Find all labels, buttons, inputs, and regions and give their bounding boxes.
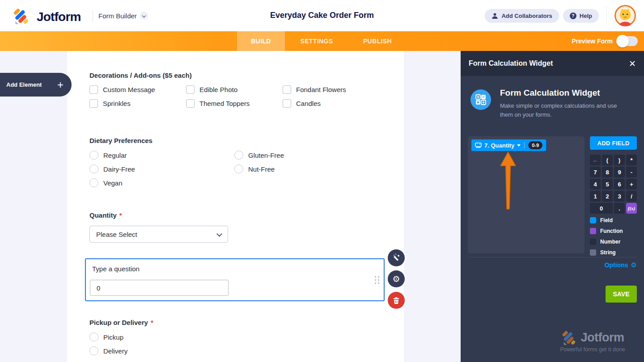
number-swatch xyxy=(590,239,596,245)
key-6[interactable]: 6 xyxy=(614,179,625,189)
chip-label: 7. Quantity xyxy=(484,142,514,149)
chevron-down-icon xyxy=(140,12,148,20)
gear-icon: ⚙ xyxy=(392,275,400,283)
builder-navbar: BUILD SETTINGS PUBLISH Preview Form xyxy=(0,31,644,51)
gear-icon: ⚙ xyxy=(631,261,637,269)
preview-form-toggle[interactable] xyxy=(617,36,638,46)
checkbox[interactable] xyxy=(283,85,291,94)
key-divide[interactable]: / xyxy=(626,191,637,202)
legend-item-function: Function xyxy=(590,228,623,234)
checkbox-option[interactable]: Fondant Flowers xyxy=(283,85,381,94)
user-avatar[interactable] xyxy=(614,5,636,26)
checkbox-option[interactable]: Edible Photo xyxy=(186,85,283,94)
key-plus[interactable]: + xyxy=(626,179,637,189)
chip-range-badge: 0-9 xyxy=(528,141,542,149)
key-3[interactable]: 3 xyxy=(614,191,625,202)
key-8[interactable]: 8 xyxy=(602,167,613,177)
checkbox[interactable] xyxy=(283,99,291,108)
tab-publish[interactable]: PUBLISH xyxy=(348,31,407,51)
quantity-select[interactable]: Please Select xyxy=(89,226,228,243)
radio[interactable] xyxy=(234,151,243,160)
key-4[interactable]: 4 xyxy=(590,179,601,189)
radio[interactable] xyxy=(89,333,98,341)
widget-title: Form Calculation Widget xyxy=(500,88,635,98)
options-label: Options xyxy=(605,261,628,269)
app-header: Jotform Form Builder Everyday Cake Order… xyxy=(0,0,644,31)
key-multiply[interactable]: * xyxy=(626,155,637,165)
properties-button[interactable]: ⚙ xyxy=(388,270,405,287)
radio[interactable] xyxy=(89,178,98,187)
add-collaborators-button[interactable]: Add Collaborators xyxy=(485,9,559,23)
radio-option[interactable]: Nut-Free xyxy=(234,164,333,173)
widget-settings-panel: Form Calculation Widget ✕ Form Calculati… xyxy=(461,51,644,362)
key-5[interactable]: 5 xyxy=(602,179,613,189)
help-button[interactable]: ? Help xyxy=(563,9,599,23)
option-label: Nut-Free xyxy=(248,165,275,173)
field-chip-quantity[interactable]: 7. Quantity 0-9 xyxy=(471,139,546,151)
decorations-label: Decorations / Add-ons ($5 each) xyxy=(89,72,192,79)
quantity-label: Quantity* xyxy=(89,211,122,219)
radio-option[interactable]: Pickup xyxy=(89,333,127,341)
chevron-down-icon xyxy=(217,232,221,236)
field-swatch xyxy=(590,217,596,223)
jotform-watermark: Jotform Powerful forms get it done xyxy=(550,330,635,353)
checkbox[interactable] xyxy=(89,99,98,108)
checkbox[interactable] xyxy=(186,99,195,108)
wizard-button[interactable] xyxy=(388,249,405,266)
radio-option[interactable]: Delivery xyxy=(89,346,127,355)
key-2[interactable]: 2 xyxy=(602,191,613,202)
panel-header: Form Calculation Widget ✕ xyxy=(461,51,644,76)
tab-settings[interactable]: SETTINGS xyxy=(285,31,348,51)
checkbox-option[interactable]: Candles xyxy=(283,99,381,108)
key-close-paren[interactable]: ) xyxy=(614,155,625,165)
product-switcher[interactable]: Form Builder xyxy=(98,12,148,20)
key-9[interactable]: 9 xyxy=(614,167,625,177)
radio[interactable] xyxy=(234,164,243,173)
key-backspace[interactable]: ← xyxy=(590,155,601,165)
checkbox-option[interactable]: Sprinkles xyxy=(89,99,186,108)
checkbox-option[interactable]: Themed Toppers xyxy=(186,99,283,108)
watermark-tagline: Powerful forms get it done xyxy=(550,346,635,353)
form-title[interactable]: Everyday Cake Order Form xyxy=(270,11,374,20)
option-label: Edible Photo xyxy=(199,86,237,93)
radio-option[interactable]: Dairy-Free xyxy=(89,164,234,173)
select-value: Please Select xyxy=(96,231,137,238)
option-label: Regular xyxy=(103,152,127,159)
key-7[interactable]: 7 xyxy=(590,167,601,177)
checkbox-option[interactable]: Custom Message xyxy=(89,85,186,94)
radio[interactable] xyxy=(89,164,98,173)
key-dot[interactable]: . xyxy=(614,203,625,214)
option-label: Sprinkles xyxy=(103,100,131,107)
jotform-logo-icon[interactable] xyxy=(13,8,30,26)
jotform-wordmark[interactable]: Jotform xyxy=(37,10,81,24)
checkbox[interactable] xyxy=(89,85,98,94)
option-label: Pickup xyxy=(103,333,123,341)
tab-build[interactable]: BUILD xyxy=(237,31,285,51)
radio-option[interactable]: Vegan xyxy=(89,178,234,187)
formula-editor[interactable]: 7. Quantity 0-9 xyxy=(468,136,585,253)
radio-option[interactable]: Regular xyxy=(89,151,234,160)
radio[interactable] xyxy=(89,346,98,355)
checkbox[interactable] xyxy=(186,85,195,94)
radio[interactable] xyxy=(89,151,98,160)
key-0[interactable]: 0 xyxy=(590,203,613,214)
calculation-value-input[interactable]: 0 xyxy=(90,280,229,296)
radio-option[interactable]: Gluten-Free xyxy=(234,151,333,160)
key-minus[interactable]: - xyxy=(626,167,637,177)
add-field-button[interactable]: ADD FIELD xyxy=(590,136,637,150)
key-function[interactable]: f(x) xyxy=(626,203,637,214)
drag-handle[interactable] xyxy=(375,276,379,284)
option-label: Fondant Flowers xyxy=(296,86,346,93)
question-label[interactable]: Type a question xyxy=(92,265,140,273)
dietary-label: Dietary Preferences xyxy=(89,137,153,144)
delete-button[interactable] xyxy=(388,292,405,309)
option-label: Vegan xyxy=(103,179,123,187)
key-open-paren[interactable]: ( xyxy=(602,155,613,165)
key-1[interactable]: 1 xyxy=(590,191,601,202)
add-element-button[interactable]: Add Element + xyxy=(0,73,72,97)
close-icon[interactable]: ✕ xyxy=(629,59,636,68)
options-link[interactable]: Options ⚙ xyxy=(605,261,637,269)
option-label: Dairy-Free xyxy=(103,165,135,173)
selected-question-card[interactable]: Type a question 0 xyxy=(85,258,385,301)
save-button[interactable]: SAVE xyxy=(606,286,637,303)
